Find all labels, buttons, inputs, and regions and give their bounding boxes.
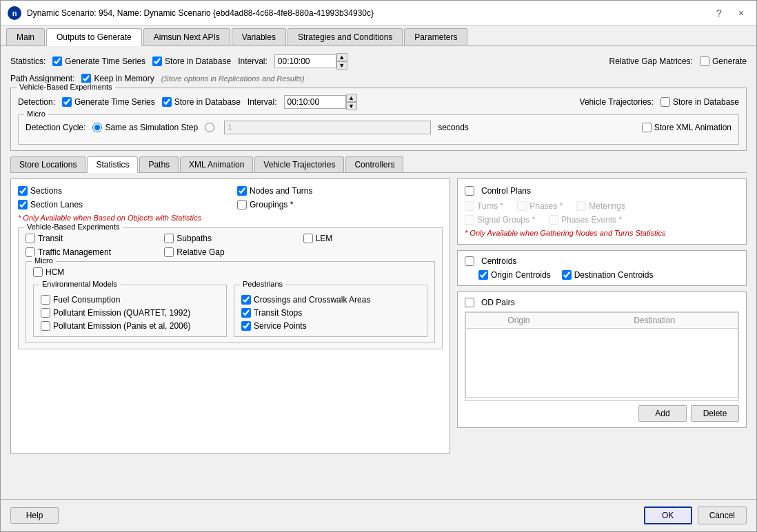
destination-centroids-check[interactable]: Destination Centroids (562, 270, 654, 280)
lem-input[interactable] (303, 234, 313, 243)
phases-events-input[interactable] (549, 215, 558, 225)
tab-variables[interactable]: Variables (232, 28, 286, 45)
section-lanes-check[interactable]: Section Lanes (18, 200, 223, 209)
tab-outputs-to-generate[interactable]: Outputs to Generate (46, 28, 142, 46)
vb-spinner-up[interactable]: ▲ (346, 94, 357, 102)
pollutant2-check[interactable]: Pollutant Emission (Panis et al, 2006) (41, 321, 219, 331)
tab-strategies-conditions[interactable]: Strategies and Conditions (287, 28, 403, 45)
nodes-turns-check[interactable]: Nodes and Turns (237, 186, 443, 196)
transit-stops-check[interactable]: Transit Stops (241, 308, 420, 318)
origin-centroids-input[interactable] (478, 270, 488, 280)
phases-events-check[interactable]: Phases Events * (549, 215, 622, 225)
tab-aimsun-next-apis[interactable]: Aimsun Next APIs (143, 28, 230, 45)
vb-interval-spinner[interactable]: 00:10:00 ▲ ▼ (284, 94, 357, 110)
phases-input[interactable] (517, 201, 527, 211)
relative-gap-stat-check[interactable]: Relative Gap (164, 247, 296, 257)
inner-tab-vehicle-trajectories[interactable]: Vehicle Trajectories (254, 156, 344, 172)
pollutant1-input[interactable] (41, 308, 50, 318)
keep-in-memory-input[interactable] (81, 74, 91, 83)
custom-radio[interactable] (205, 123, 217, 132)
signal-groups-input[interactable] (465, 215, 474, 225)
help-button[interactable]: Help (10, 507, 59, 524)
groupings-input[interactable] (237, 200, 247, 209)
inner-tab-paths[interactable]: Paths (139, 156, 179, 172)
meterings-check[interactable]: Meterings (576, 201, 625, 211)
meterings-input[interactable] (576, 201, 586, 211)
pollutant2-input[interactable] (41, 321, 50, 331)
transit-input[interactable] (26, 234, 35, 243)
same-step-radio[interactable]: Same as Simulation Step (92, 123, 198, 132)
store-in-db-input[interactable] (152, 57, 162, 66)
store-in-db-check[interactable]: Store in Database (152, 57, 231, 66)
inner-tab-controllers[interactable]: Controllers (345, 156, 403, 172)
sections-input[interactable] (18, 186, 28, 196)
close-window-button[interactable]: × (733, 5, 749, 21)
spinner-up[interactable]: ▲ (336, 53, 347, 61)
tab-main[interactable]: Main (6, 28, 45, 45)
groupings-check[interactable]: Groupings * (237, 200, 443, 209)
signal-groups-check[interactable]: Signal Groups * (465, 215, 535, 225)
traffic-mgmt-check[interactable]: Traffic Management (26, 247, 157, 257)
centroids-input[interactable] (465, 256, 474, 266)
gen-time-series-input[interactable] (52, 57, 62, 66)
vb-spinner-buttons[interactable]: ▲ ▼ (346, 94, 357, 110)
traffic-mgmt-input[interactable] (26, 247, 35, 257)
nodes-turns-input[interactable] (237, 186, 247, 196)
custom-radio-input[interactable] (205, 123, 214, 132)
help-window-button[interactable]: ? (711, 5, 727, 21)
vb-gen-ts-check[interactable]: Generate Time Series (62, 97, 155, 107)
relative-gap-input[interactable] (700, 57, 709, 66)
same-step-radio-input[interactable] (92, 123, 102, 132)
crossings-check[interactable]: Crossings and Crosswalk Areas (241, 295, 420, 305)
sections-check[interactable]: Sections (18, 186, 223, 196)
vb-interval-input[interactable]: 00:10:00 (284, 95, 346, 109)
fuel-check[interactable]: Fuel Consumption (41, 295, 219, 305)
vt-store-db-input[interactable] (660, 97, 670, 107)
hcm-input[interactable] (33, 267, 43, 277)
fuel-input[interactable] (41, 295, 50, 305)
cancel-button[interactable]: Cancel (698, 507, 747, 524)
relative-gap-check[interactable]: Generate (700, 57, 747, 66)
spinner-down[interactable]: ▼ (336, 61, 347, 70)
keep-in-memory-check[interactable]: Keep in Memory (81, 74, 154, 83)
interval-spinner[interactable]: 00:10:00 ▲ ▼ (274, 53, 347, 70)
spinner-buttons[interactable]: ▲ ▼ (336, 53, 347, 70)
inner-tab-store-locations[interactable]: Store Locations (10, 156, 85, 172)
phases-check[interactable]: Phases * (517, 201, 563, 211)
custom-cycle-input[interactable] (224, 121, 431, 134)
hcm-check[interactable]: HCM (33, 267, 64, 277)
service-points-check[interactable]: Service Points (241, 321, 420, 331)
control-plans-input[interactable] (465, 186, 474, 196)
store-xml-input[interactable] (642, 123, 652, 132)
ok-button[interactable]: OK (644, 507, 692, 524)
transit-stops-input[interactable] (241, 308, 251, 318)
subpaths-input[interactable] (164, 234, 174, 243)
vb-gen-ts-input[interactable] (62, 97, 72, 107)
add-button[interactable]: Add (638, 405, 687, 422)
turns-check[interactable]: Turns * (465, 201, 503, 211)
vb-spinner-down[interactable]: ▼ (346, 102, 357, 110)
origin-centroids-check[interactable]: Origin Centroids (478, 270, 551, 280)
inner-tab-statistics[interactable]: Statistics (87, 156, 138, 173)
store-xml-check[interactable]: Store XML Animation (642, 123, 731, 132)
subpaths-check[interactable]: Subpaths (164, 234, 296, 243)
lem-check[interactable]: LEM (303, 234, 435, 243)
vb-store-db-check[interactable]: Store in Database (162, 97, 241, 107)
relative-gap-stat-input[interactable] (164, 247, 174, 257)
inner-tab-xml-animation[interactable]: XML Animation (180, 156, 253, 172)
turns-input[interactable] (465, 201, 474, 211)
delete-button[interactable]: Delete (691, 405, 739, 422)
section-lanes-input[interactable] (18, 200, 28, 209)
tab-parameters[interactable]: Parameters (404, 28, 467, 45)
transit-check[interactable]: Transit (26, 234, 157, 243)
vt-store-db-check[interactable]: Store in Database (660, 97, 739, 107)
crossings-input[interactable] (241, 295, 251, 305)
vb-store-db-input[interactable] (162, 97, 172, 107)
od-pairs-input[interactable] (465, 298, 474, 307)
destination-centroids-input[interactable] (562, 270, 572, 280)
gen-time-series-check[interactable]: Generate Time Series (52, 57, 145, 66)
interval-input[interactable]: 00:10:00 (274, 54, 336, 68)
service-points-input[interactable] (241, 321, 251, 331)
path-assignment-label: Path Assignment: (10, 74, 74, 83)
pollutant1-check[interactable]: Pollutant Emission (QUARTET, 1992) (41, 308, 219, 318)
